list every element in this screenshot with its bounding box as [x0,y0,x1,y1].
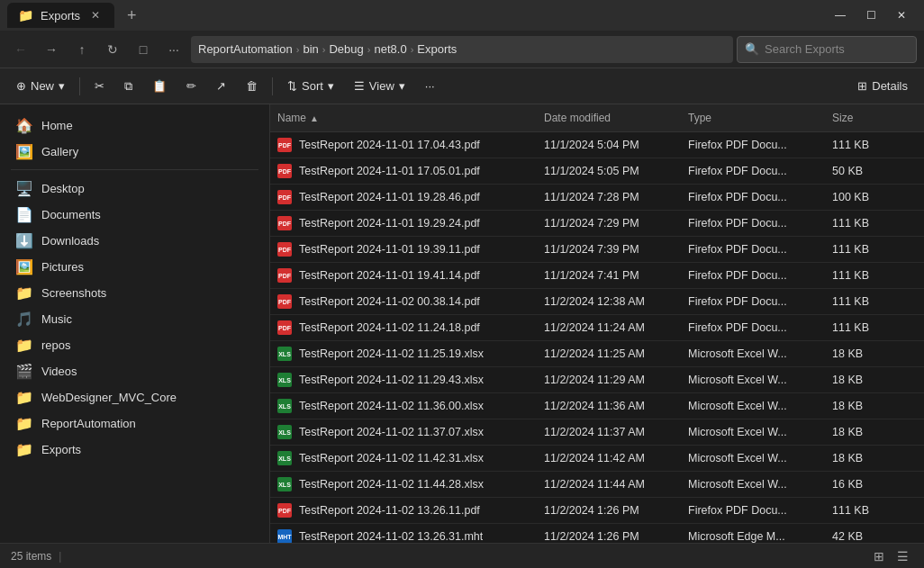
sidebar-item-reportautomation[interactable]: 📁 ReportAutomation 📌 [5,410,264,436]
file-type-cell: Microsoft Excel W... [681,474,825,494]
paste-button[interactable]: 📋 [143,73,176,100]
up-button[interactable]: ↑ [68,36,95,63]
col-extra-header [897,108,924,128]
table-row[interactable]: XLS TestReport 2024-11-02 11.42.31.xlsx … [270,446,924,472]
close-button[interactable]: ✕ [886,0,917,31]
sidebar-item-home[interactable]: 🏠 Home [5,113,264,138]
more-button[interactable]: ··· [416,73,444,100]
table-row[interactable]: PDF TestReport 2024-11-02 11.24.18.pdf 1… [270,315,924,341]
file-size-cell: 18 KB [825,396,897,416]
file-size-cell: 111 KB [825,135,897,155]
file-type-cell: Firefox PDF Docu... [681,187,825,207]
file-extra-cell [897,448,924,468]
refresh-button[interactable]: ↻ [99,36,126,63]
details-button[interactable]: ⊞ Details [848,73,917,100]
cut-button[interactable]: ✂ [86,73,113,100]
search-input[interactable] [765,42,909,56]
file-name: TestReport 2024-11-02 11.25.19.xlsx [299,347,484,360]
column-header: Name ▲ Date modified Type Size [270,104,924,132]
col-name-header[interactable]: Name ▲ [270,108,537,128]
copy-button[interactable]: ⧉ [115,73,141,100]
breadcrumb-reportautomation[interactable]: ReportAutomation [198,42,293,56]
toolbar-separator-2 [272,77,273,95]
col-size-header[interactable]: Size [825,108,897,128]
address-expand-button[interactable]: □ [130,36,157,63]
sidebar-item-exports[interactable]: 📁 Exports 📌 [5,437,264,462]
sidebar-item-screenshots[interactable]: 📁 Screenshots 📌 [5,280,264,305]
breadcrumb-exports[interactable]: Exports [417,42,457,56]
table-row[interactable]: PDF TestReport 2024-11-01 19.41.14.pdf 1… [270,263,924,289]
col-type-header[interactable]: Type [681,108,825,128]
table-row[interactable]: XLS TestReport 2024-11-02 11.44.28.xlsx … [270,472,924,498]
table-row[interactable]: PDF TestReport 2024-11-01 19.39.11.pdf 1… [270,237,924,263]
maximize-button[interactable]: ☐ [856,0,886,31]
sidebar-item-pictures[interactable]: 🖼️ Pictures 📌 [5,254,264,279]
forward-button[interactable]: → [38,36,65,63]
table-row[interactable]: PDF TestReport 2024-11-01 17.04.43.pdf 1… [270,132,924,158]
view-button[interactable]: ☰ View ▾ [345,73,414,100]
rename-button[interactable]: ✏ [177,73,205,100]
xlsx-icon: XLS [277,399,292,413]
file-size-cell: 42 KB [825,527,897,543]
breadcrumb-net8[interactable]: net8.0 [374,42,406,56]
sidebar-item-repos[interactable]: 📁 repos 📌 [5,332,264,357]
file-type-cell: Firefox PDF Docu... [681,318,825,338]
col-date-header[interactable]: Date modified [537,108,681,128]
new-button[interactable]: ⊕ New ▾ [7,73,74,100]
breadcrumb-bar[interactable]: ReportAutomation › bin › Debug › net8.0 … [191,36,733,63]
sort-dropdown-icon: ▾ [328,79,334,93]
table-row[interactable]: XLS TestReport 2024-11-02 11.36.00.xlsx … [270,393,924,419]
table-row[interactable]: PDF TestReport 2024-11-01 19.28.46.pdf 1… [270,185,924,211]
sort-button[interactable]: ⇅ Sort ▾ [278,73,343,100]
table-row[interactable]: XLS TestReport 2024-11-02 11.25.19.xlsx … [270,341,924,367]
col-date-label: Date modified [544,112,611,124]
sidebar-label-repos: repos [41,338,231,352]
delete-button[interactable]: 🗑 [237,73,267,100]
col-sort-arrow: ▲ [310,113,319,123]
sidebar-item-documents[interactable]: 📄 Documents 📌 [5,202,264,227]
sidebar-item-videos[interactable]: 🎬 Videos 📌 [5,358,264,383]
file-name-cell: PDF TestReport 2024-11-02 00.38.14.pdf [270,292,537,311]
search-box[interactable]: 🔍 [737,36,917,63]
table-row[interactable]: XLS TestReport 2024-11-02 11.29.43.xlsx … [270,367,924,393]
table-row[interactable]: PDF TestReport 2024-11-02 13.26.11.pdf 1… [270,498,924,524]
file-list[interactable]: PDF TestReport 2024-11-01 17.04.43.pdf 1… [270,132,924,543]
file-size-cell: 111 KB [825,239,897,259]
table-row[interactable]: PDF TestReport 2024-11-01 19.29.24.pdf 1… [270,211,924,237]
tab-folder-icon: 📁 [18,8,33,23]
sidebar-divider-1 [11,169,258,170]
table-row[interactable]: PDF TestReport 2024-11-02 00.38.14.pdf 1… [270,289,924,315]
table-row[interactable]: XLS TestReport 2024-11-02 11.37.07.xlsx … [270,419,924,446]
explorer-tab[interactable]: 📁 Exports ✕ [7,3,114,28]
file-extra-cell [897,318,924,338]
sidebar-item-downloads[interactable]: ⬇️ Downloads 📌 [5,228,264,253]
sidebar-item-music[interactable]: 🎵 Music 📌 [5,306,264,331]
grid-view-button[interactable]: ⊞ [869,547,889,565]
new-tab-button[interactable]: + [122,5,142,27]
share-button[interactable]: ↗ [207,73,235,100]
breadcrumb-debug[interactable]: Debug [329,42,363,56]
file-date-cell: 11/1/2024 7:39 PM [537,239,681,259]
file-type-cell: Firefox PDF Docu... [681,266,825,285]
new-label: New [31,79,54,93]
back-button[interactable]: ← [7,36,34,63]
sidebar-item-webdesigner[interactable]: 📁 WebDesigner_MVC_Core 📌 [5,384,264,410]
file-date-cell: 11/2/2024 12:38 AM [537,292,681,311]
file-name-cell: PDF TestReport 2024-11-01 19.28.46.pdf [270,187,537,207]
list-view-button[interactable]: ☰ [892,547,913,565]
address-more-button[interactable]: ··· [160,36,187,63]
sidebar-item-desktop[interactable]: 🖥️ Desktop 📌 [5,176,264,201]
file-type-cell: Firefox PDF Docu... [681,500,825,520]
tab-close-button[interactable]: ✕ [87,7,104,23]
file-size-cell: 16 KB [825,474,897,494]
title-bar: 📁 Exports ✕ + — ☐ ✕ [0,0,924,31]
file-date-cell: 11/1/2024 7:28 PM [537,187,681,207]
file-name: TestReport 2024-11-02 13.26.11.pdf [299,504,480,517]
table-row[interactable]: PDF TestReport 2024-11-01 17.05.01.pdf 1… [270,158,924,185]
sidebar-item-gallery[interactable]: 🖼️ Gallery [5,139,264,164]
breadcrumb-bin[interactable]: bin [303,42,318,56]
minimize-button[interactable]: — [825,0,856,31]
downloads-icon: ⬇️ [16,232,32,248]
file-date-cell: 11/2/2024 11:44 AM [537,474,681,494]
table-row[interactable]: MHT TestReport 2024-11-02 13.26.31.mht 1… [270,524,924,543]
